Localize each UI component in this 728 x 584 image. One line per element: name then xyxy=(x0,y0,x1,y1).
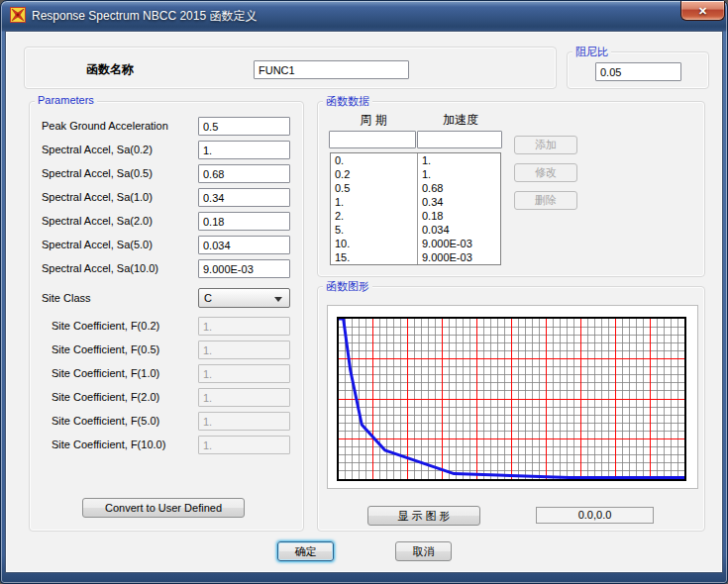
param-label: Spectral Accel, Sa(1.0) xyxy=(42,191,153,203)
function-name-group: 函数名称 xyxy=(24,47,557,89)
period-cell: 1. xyxy=(331,195,418,209)
site-coeff-label: Site Coefficient, F(5.0) xyxy=(52,415,159,427)
table-row[interactable]: 5.0.034 xyxy=(331,223,500,237)
site-coeff-label: Site Coefficient, F(10.0) xyxy=(52,438,165,450)
site-coeff-input-f05 xyxy=(198,341,290,359)
accel-cell: 9.000E-03 xyxy=(418,250,500,264)
period-cell: 10. xyxy=(331,237,418,250)
period-entry-input[interactable] xyxy=(329,131,416,148)
table-row[interactable]: 0.50.68 xyxy=(331,181,500,195)
accel-column-header: 加速度 xyxy=(417,112,504,129)
delete-button[interactable]: 删除 xyxy=(514,191,577,210)
site-coeff-input-f02 xyxy=(198,317,290,336)
param-label: Spectral Accel, Sa(0.5) xyxy=(42,167,153,179)
accel-cell: 9.000E-03 xyxy=(418,237,500,250)
close-button[interactable]: ✕ xyxy=(680,1,725,21)
site-class-select[interactable]: C xyxy=(198,288,290,308)
site-coeff-input-f20 xyxy=(198,388,290,407)
period-cell: 0.2 xyxy=(331,167,418,181)
table-row[interactable]: 2.0.18 xyxy=(331,209,500,223)
site-coeff-label: Site Coefficient, F(1.0) xyxy=(52,367,159,379)
ok-button[interactable]: 确定 xyxy=(277,541,334,561)
site-coeff-label: Site Coefficient, F(0.2) xyxy=(52,320,159,332)
param-label: Spectral Accel, Sa(2.0) xyxy=(42,215,153,227)
graph-panel[interactable] xyxy=(327,305,698,489)
graph-coordinates-readout: 0.0,0.0 xyxy=(536,507,654,524)
site-coeff-input-f100 xyxy=(198,436,290,454)
param-input-sa20[interactable] xyxy=(198,212,290,231)
show-graph-button[interactable]: 显 示 图 形 xyxy=(367,506,480,526)
param-input-sa05[interactable] xyxy=(198,164,290,183)
param-label: Peak Ground Acceleration xyxy=(42,120,168,132)
param-input-pga[interactable] xyxy=(198,117,290,136)
param-input-sa02[interactable] xyxy=(198,141,290,159)
period-cell: 15. xyxy=(331,250,418,264)
dialog-client-area: 函数名称 阻尼比 Parameters Peak Ground Accelera… xyxy=(5,31,723,573)
param-input-sa10[interactable] xyxy=(198,188,290,207)
damping-group-title: 阻尼比 xyxy=(572,45,611,59)
chevron-down-icon xyxy=(274,297,282,302)
function-graph-group: 函数图形 显 示 图 形 0.0,0.0 xyxy=(317,286,705,532)
site-coeff-input-f10 xyxy=(198,364,290,383)
function-name-input[interactable] xyxy=(254,60,409,79)
function-data-list[interactable]: 0.1. 0.21. 0.50.68 1.0.34 2.0.18 5.0.034… xyxy=(330,152,501,265)
period-cell: 0. xyxy=(331,153,418,167)
close-icon: ✕ xyxy=(681,2,724,20)
parameters-group-title: Parameters xyxy=(35,94,97,106)
convert-to-user-defined-button[interactable]: Convert to User Defined xyxy=(82,498,245,518)
table-row[interactable]: 0.1. xyxy=(331,153,500,167)
site-class-label: Site Class xyxy=(42,292,91,304)
site-class-value: C xyxy=(204,292,212,304)
function-graph-group-title: 函数图形 xyxy=(323,279,372,294)
table-row[interactable]: 1.0.34 xyxy=(331,195,500,209)
site-coeff-input-f50 xyxy=(198,412,290,431)
period-cell: 0.5 xyxy=(331,181,418,195)
accel-entry-input[interactable] xyxy=(417,131,502,148)
accel-cell: 0.18 xyxy=(418,209,500,223)
app-icon xyxy=(10,7,26,23)
titlebar[interactable]: Response Spectrum NBCC 2015 函数定义 ✕ xyxy=(1,1,727,31)
period-cell: 5. xyxy=(331,223,418,237)
param-input-sa100[interactable] xyxy=(198,259,290,278)
accel-cell: 1. xyxy=(418,167,500,181)
param-label: Spectral Accel, Sa(0.2) xyxy=(42,144,153,155)
damping-ratio-input[interactable] xyxy=(595,62,681,81)
function-data-group: 函数数据 周 期 加速度 0.1. 0.21. 0.50.68 1.0.34 2… xyxy=(317,101,705,277)
parameters-group: Parameters Peak Ground Acceleration Spec… xyxy=(29,101,304,532)
site-coeff-label: Site Coefficient, F(2.0) xyxy=(52,391,159,403)
window-title: Response Spectrum NBCC 2015 函数定义 xyxy=(32,8,257,25)
param-input-sa50[interactable] xyxy=(198,236,290,254)
period-cell: 2. xyxy=(331,209,418,223)
period-column-header: 周 期 xyxy=(330,112,417,129)
spectrum-plot[interactable] xyxy=(337,317,686,481)
function-name-label: 函数名称 xyxy=(86,61,134,78)
accel-cell: 0.68 xyxy=(418,181,500,195)
screen: Response Spectrum NBCC 2015 函数定义 ✕ 函数名称 … xyxy=(0,0,728,584)
accel-cell: 1. xyxy=(418,153,500,167)
function-data-group-title: 函数数据 xyxy=(323,94,372,109)
add-button[interactable]: 添加 xyxy=(514,136,577,154)
site-coeff-label: Site Coefficient, F(0.5) xyxy=(52,343,159,355)
param-label: Spectral Accel, Sa(10.0) xyxy=(42,262,158,274)
damping-group: 阻尼比 xyxy=(567,51,709,89)
table-row[interactable]: 0.21. xyxy=(331,167,500,181)
accel-cell: 0.034 xyxy=(418,223,500,237)
cancel-button[interactable]: 取消 xyxy=(395,541,452,561)
accel-cell: 0.34 xyxy=(418,195,500,209)
table-row[interactable]: 10.9.000E-03 xyxy=(331,237,500,250)
dialog-window: Response Spectrum NBCC 2015 函数定义 ✕ 函数名称 … xyxy=(0,0,728,584)
modify-button[interactable]: 修改 xyxy=(514,163,577,182)
table-row[interactable]: 15.9.000E-03 xyxy=(331,250,500,264)
param-label: Spectral Accel, Sa(5.0) xyxy=(42,239,153,250)
